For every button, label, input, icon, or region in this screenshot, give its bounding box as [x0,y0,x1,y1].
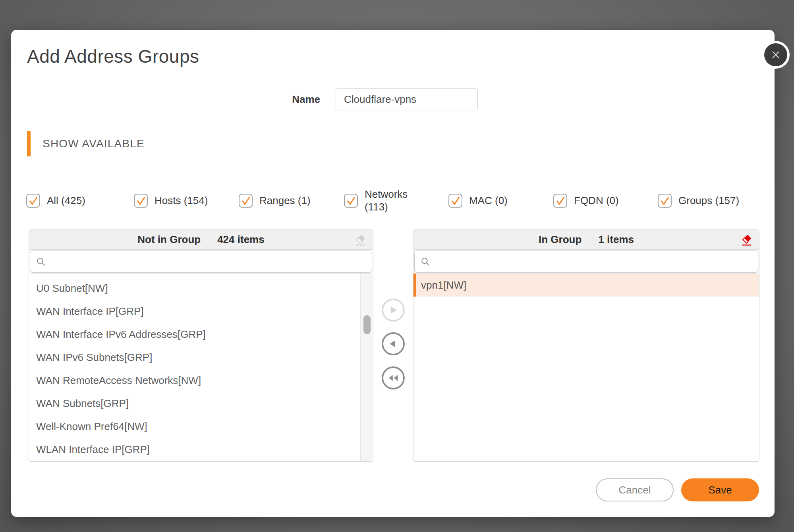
filter-label: All (425) [47,194,85,207]
not-in-group-search-input[interactable] [51,251,366,272]
filter-checkbox-item[interactable]: FQDN (0) [553,194,658,208]
name-label: Name [241,88,320,110]
checkbox[interactable] [448,194,462,208]
dialog-title: Add Address Groups [27,46,199,67]
not-in-group-list: U0 Subnet[NW]WAN Interface IP[GRP]WAN In… [29,274,373,461]
list-item[interactable]: WLAN Interface IP[GRP] [29,438,360,461]
partial-row-divider [29,274,373,277]
filter-label: MAC (0) [469,194,508,207]
in-group-list: vpn1[NW] [413,274,759,461]
in-group-search-input[interactable] [435,251,752,272]
close-icon [771,50,781,60]
close-button[interactable] [764,43,787,66]
checkmark-icon [346,195,356,206]
checkmark-icon [555,195,566,206]
scrollbar-thumb[interactable] [363,315,371,334]
checkmark-icon [240,195,251,206]
search-icon [420,256,431,267]
in-group-count: 1 items [598,233,634,246]
double-arrow-left-icon [387,372,399,384]
not-in-group-search[interactable] [30,251,372,273]
checkbox[interactable] [26,194,40,208]
checkbox[interactable] [134,194,148,208]
list-item[interactable]: WAN IPv6 Subnets[GRP] [29,346,360,369]
list-item[interactable]: U0 Subnet[NW] [29,277,360,300]
filter-label: Ranges (1) [259,194,311,207]
not-in-group-panel: Not in Group 424 items [29,229,373,462]
filter-label: Networks (113) [365,188,415,214]
filter-checkbox-row: All (425) Hosts (154) Ranges (1) Netwo [26,185,769,216]
selected-group-member[interactable]: vpn1[NW] [413,274,759,297]
checkbox[interactable] [658,194,672,208]
filter-label: FQDN (0) [574,194,619,207]
arrow-right-icon [387,304,399,316]
move-left-button[interactable] [382,332,405,355]
cancel-button[interactable]: Cancel [596,478,674,501]
move-right-button[interactable] [382,299,405,322]
checkmark-icon [28,195,39,206]
search-icon [36,256,46,267]
arrow-left-icon [387,338,399,350]
list-item[interactable]: WAN Interface IPv6 Addresses[GRP] [29,323,360,346]
add-address-groups-dialog: Add Address Groups Name SHOW AVAILABLE A… [11,30,775,517]
save-button[interactable]: Save [681,478,759,501]
checkbox[interactable] [344,194,358,208]
checkmark-icon [659,195,670,206]
list-item[interactable]: WAN Subnets[GRP] [29,392,360,415]
eraser-icon [354,237,367,249]
list-item[interactable]: Well-Known Pref64[NW] [29,415,360,438]
filter-checkbox-item[interactable]: All (425) [26,194,134,208]
in-group-panel: In Group 1 items vpn1[NW] [413,229,759,462]
checkmark-icon [135,195,146,206]
eraser-icon-red [740,237,753,249]
not-in-group-count: 424 items [217,233,265,246]
filter-checkbox-item[interactable]: Ranges (1) [239,194,344,208]
not-in-group-title: Not in Group [137,233,201,246]
list-item[interactable]: WAN Interface IP[GRP] [29,300,360,323]
checkmark-icon [450,195,461,206]
scrollbar-track[interactable] [360,274,373,461]
filter-checkbox-item[interactable]: MAC (0) [448,194,553,208]
filter-label: Groups (157) [678,194,739,207]
in-group-search[interactable] [414,251,758,273]
in-group-header: In Group 1 items [413,230,759,250]
filter-checkbox-item[interactable]: Hosts (154) [134,194,239,208]
list-item[interactable]: WAN RemoteAccess Networks[NW] [29,369,360,392]
clear-filter-button[interactable] [354,233,367,247]
clear-group-button[interactable] [740,233,753,247]
name-input[interactable] [336,88,478,110]
transfer-controls [382,299,405,389]
checkbox[interactable] [239,194,253,208]
in-group-title: In Group [539,233,581,246]
not-in-group-header: Not in Group 424 items [29,230,373,250]
move-all-left-button[interactable] [382,366,405,389]
filter-checkbox-item[interactable]: Networks (113) [344,188,448,214]
show-available-section: SHOW AVAILABLE [27,131,145,156]
checkbox[interactable] [553,194,567,208]
section-header-label: SHOW AVAILABLE [43,137,145,150]
filter-checkbox-item[interactable]: Groups (157) [658,194,739,208]
filter-label: Hosts (154) [155,194,208,207]
section-accent-bar [27,131,31,156]
